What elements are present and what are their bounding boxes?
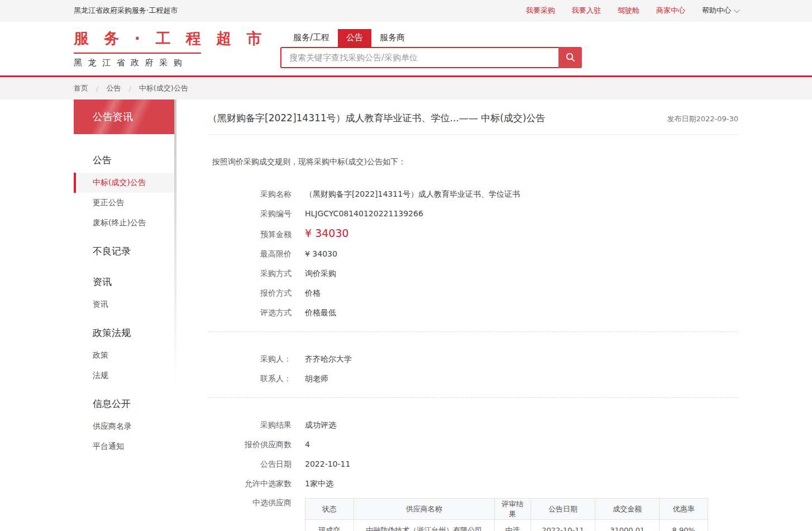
field-row: 预算金额¥ 34030 [208, 227, 738, 240]
field-row: 联系人：胡老师 [208, 373, 738, 384]
field-row: 评选方式价格最低 [208, 307, 738, 318]
field-value: 价格 [305, 287, 321, 298]
search-tabs: 服务/工程公告服务商 [285, 29, 582, 47]
sidebar-group-title-4[interactable]: 信息公开 [74, 391, 175, 416]
field-label: 采购名称 [208, 188, 292, 200]
sidebar-item-4-1[interactable]: 平台通知 [74, 437, 175, 457]
sidebar-item-4-0[interactable]: 供应商名录 [74, 416, 175, 437]
field-row: 报价供应商数4 [208, 439, 738, 450]
primary-fields: 采购名称（黑财购备字[2022]14311号）成人教育毕业证书、学位证书采购编号… [208, 188, 738, 318]
field-value: 胡老师 [305, 373, 328, 384]
field-value: 成功评选 [305, 419, 336, 430]
sidebar-item-0-1[interactable]: 更正公告 [74, 193, 175, 213]
field-row: 采购人：齐齐哈尔大学 [208, 353, 738, 364]
breadcrumb-item-2: 中标(成交)公告 [139, 83, 188, 93]
top-utility-bar: 黑龙江省政府采购服务·工程超市 我要采购我要入驻驾驶舱商家中心 帮助中心 [0, 0, 812, 21]
breadcrumb-item-0[interactable]: 首页 [74, 83, 88, 93]
site-logo[interactable]: 服 务 · 工 程 超 市 黑龙江省政府采购 [74, 29, 280, 68]
field-value: 询价采购 [305, 268, 336, 279]
help-center-menu[interactable]: 帮助中心 [702, 6, 738, 16]
sidebar-item-0-0[interactable]: 中标(成交)公告 [74, 173, 175, 193]
table-cell: 现成交 [305, 520, 354, 531]
field-label: 采购编号 [208, 208, 292, 219]
breadcrumb: 首页/公告/中标(成交)公告 [74, 77, 738, 99]
field-value: 1家中选 [305, 478, 333, 489]
site-title: 黑龙江省政府采购服务·工程超市 [74, 6, 178, 16]
field-value: ¥ 34030 [305, 227, 349, 239]
field-row: 采购方式询价采购 [208, 268, 738, 279]
search-input[interactable] [280, 47, 558, 68]
topbar-link-3[interactable]: 商家中心 [656, 6, 685, 16]
field-value: （黑财购备字[2022]14311号）成人教育毕业证书、学位证书 [305, 188, 520, 200]
field-label: 采购人： [208, 353, 292, 364]
field-label: 允许中选家数 [208, 478, 292, 489]
table-header-cell: 公告日期 [531, 499, 595, 520]
sidebar: 公告资讯 公告中标(成交)公告更正公告废标(终止)公告不良记录资讯资讯政策法规政… [74, 99, 175, 468]
tab-1[interactable]: 公告 [338, 29, 371, 47]
topbar-links: 我要采购我要入驻驾驶舱商家中心 帮助中心 [526, 6, 738, 16]
table-cell: 2022-10-11 [531, 520, 595, 531]
sidebar-group-title-1[interactable]: 不良记录 [74, 239, 175, 264]
table-header-cell: 优惠率 [660, 499, 708, 520]
field-label: 最高限价 [208, 248, 292, 259]
contact-fields: 采购人：齐齐哈尔大学联系人：胡老师 [208, 353, 738, 384]
intro-text: 按照询价采购成交规则，现将采购中标(成交)公告如下： [212, 157, 738, 167]
sidebar-group-title-3[interactable]: 政策法规 [74, 320, 175, 345]
tab-0[interactable]: 服务/工程 [285, 29, 338, 47]
table-cell: 31000.01 [595, 520, 660, 531]
logo-sub-text: 黑龙江省政府采购 [74, 58, 280, 68]
sidebar-header: 公告资讯 [74, 99, 175, 134]
sidebar-item-3-1[interactable]: 法规 [74, 366, 175, 386]
field-row: 采购编号HLJGCYC08140120221139266 [208, 208, 738, 219]
field-value: 4 [305, 439, 310, 450]
field-row: 报价方式价格 [208, 287, 738, 298]
field-label: 预算金额 [208, 229, 292, 240]
field-value: 2022-10-11 [305, 458, 350, 470]
field-value: ¥ 34030 [305, 248, 337, 259]
table-row: 现成交中融防伪技术（浙江台州）有限公司中选2022-10-1131000.018… [305, 520, 708, 531]
tab-2[interactable]: 服务商 [371, 29, 413, 47]
field-label: 采购结果 [208, 419, 292, 430]
breadcrumb-separator: / [128, 84, 131, 93]
breadcrumb-item-1[interactable]: 公告 [106, 83, 121, 93]
sidebar-item-2-0[interactable]: 资讯 [74, 295, 175, 315]
sidebar-item-3-0[interactable]: 政策 [74, 345, 175, 366]
field-label: 报价供应商数 [208, 439, 292, 450]
field-row: 采购名称（黑财购备字[2022]14311号）成人教育毕业证书、学位证书 [208, 188, 738, 200]
table-header-cell: 成交金额 [595, 499, 660, 520]
page-title: （黑财购备字[2022]14311号）成人教育毕业证书、学位...—— 中标(成… [208, 112, 546, 125]
topbar-link-2[interactable]: 驾驶舱 [618, 6, 639, 16]
main-content: （黑财购备字[2022]14311号）成人教育毕业证书、学位...—— 中标(成… [175, 99, 738, 531]
result-fields: 采购结果成功评选报价供应商数4公告日期2022-10-11允许中选家数1家中选 [208, 419, 738, 489]
dashed-divider [208, 397, 738, 398]
supplier-table: 状态供应商名称评审结果公告日期成交金额优惠率 现成交中融防伪技术（浙江台州）有限… [305, 498, 708, 531]
sidebar-group-title-0[interactable]: 公告 [74, 148, 175, 173]
table-cell: 中融防伪技术（浙江台州）有限公司 [354, 520, 494, 531]
help-center-label: 帮助中心 [702, 6, 731, 16]
sidebar-group-title-2[interactable]: 资讯 [74, 269, 175, 295]
breadcrumb-separator: / [96, 84, 98, 93]
field-label: 公告日期 [208, 458, 292, 470]
field-value: 价格最低 [305, 307, 336, 318]
search-button[interactable] [558, 47, 582, 68]
site-header: 服 务 · 工 程 超 市 黑龙江省政府采购 服务/工程公告服务商 [0, 21, 812, 75]
sidebar-item-0-2[interactable]: 废标(终止)公告 [74, 213, 175, 233]
logo-main-text: 服 务 · 工 程 超 市 [74, 29, 280, 49]
table-header-cell: 供应商名称 [354, 499, 494, 520]
topbar-link-0[interactable]: 我要采购 [526, 6, 555, 16]
field-value: HLJGCYC08140120221139266 [305, 208, 423, 219]
sidebar-menu: 公告中标(成交)公告更正公告废标(终止)公告不良记录资讯资讯政策法规政策法规信息… [74, 134, 175, 468]
logo-underline [74, 53, 201, 54]
dashed-divider [208, 331, 738, 332]
supplier-table-label: 中选供应商 [208, 498, 292, 508]
field-label: 联系人： [208, 373, 292, 384]
field-label: 报价方式 [208, 287, 292, 298]
table-header-cell: 评审结果 [494, 499, 531, 520]
search-zone: 服务/工程公告服务商 [280, 29, 582, 68]
table-header-cell: 状态 [305, 499, 354, 520]
table-cell: 8.90% [660, 520, 708, 531]
search-icon [565, 52, 576, 63]
field-row: 允许中选家数1家中选 [208, 478, 738, 489]
field-value: 齐齐哈尔大学 [305, 353, 352, 364]
topbar-link-1[interactable]: 我要入驻 [572, 6, 601, 16]
